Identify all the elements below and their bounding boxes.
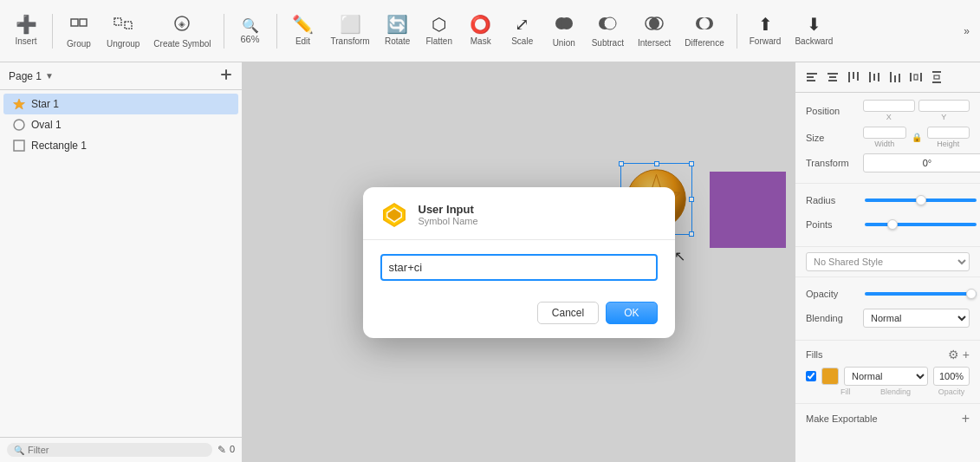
create-symbol-button[interactable]: ◈ Create Symbol [148, 10, 216, 52]
svg-text:◈: ◈ [178, 19, 185, 29]
dialog-footer: Cancel OK [363, 295, 675, 338]
layer-name-star: Star 1 [31, 98, 59, 110]
edit-layers-icon[interactable]: ✎ [217, 444, 226, 456]
shape-section: Radius Points [795, 184, 980, 247]
fills-header: Fills ⚙ + [806, 348, 970, 361]
symbol-name-input[interactable] [380, 254, 658, 281]
fills-settings-icon[interactable]: ⚙ [948, 348, 959, 361]
svg-rect-42 [914, 75, 918, 80]
x-field-group: X [863, 100, 915, 121]
points-slider[interactable] [865, 223, 977, 226]
cancel-button[interactable]: Cancel [537, 302, 599, 324]
rotate-button[interactable]: 🔄 Rotate [379, 12, 417, 49]
sidebar-footer: 🔍 ✎ 0 [0, 437, 242, 462]
toolbar-expand[interactable]: » [960, 22, 973, 41]
layer-list: Star 1 Oval 1 Rectangle 1 [0, 90, 242, 437]
lock-icon[interactable]: 🔒 [910, 133, 924, 142]
shared-style-section: No Shared Style [795, 247, 980, 277]
forward-button[interactable]: ⬆ Forward [744, 12, 787, 49]
points-row: Points [806, 215, 970, 234]
fill-checkbox[interactable] [806, 371, 816, 381]
distribute-v-button[interactable] [927, 68, 946, 87]
exportable-add-icon[interactable]: + [962, 411, 970, 426]
difference-button[interactable]: Difference [679, 11, 729, 51]
create-symbol-icon: ◈ [172, 14, 191, 36]
size-label: Size [806, 133, 860, 143]
blending-row: Blending Normal [806, 309, 970, 328]
rect-layer-icon [12, 139, 26, 153]
dialog-overlay: User Input Symbol Name Cancel OK [243, 62, 795, 462]
transform-button[interactable]: ⬜ Transform [326, 12, 375, 49]
edit-button[interactable]: ✏️ Edit [284, 12, 322, 49]
rotate-input[interactable] [863, 153, 980, 172]
scale-button[interactable]: ⤢ Scale [503, 12, 542, 49]
layer-item-rectangle[interactable]: Rectangle 1 [3, 135, 238, 156]
svg-rect-18 [14, 140, 24, 151]
position-label: Position [806, 106, 860, 116]
mask-icon: ⭕ [470, 16, 491, 33]
ungroup-button[interactable]: Ungroup [101, 10, 145, 52]
opacity-slider[interactable] [865, 292, 977, 296]
separator-1 [52, 14, 53, 49]
fills-actions: ⚙ + [948, 348, 970, 361]
fills-add-icon[interactable]: + [963, 348, 970, 361]
dialog-title: User Input [419, 203, 478, 216]
insert-button[interactable]: ➕ Insert [7, 12, 45, 49]
subtract-icon [598, 15, 617, 35]
layer-item-oval[interactable]: Oval 1 [3, 114, 238, 135]
radius-slider[interactable] [865, 198, 977, 202]
dialog-header: User Input Symbol Name [363, 187, 675, 240]
add-page-icon[interactable] [219, 68, 233, 84]
subtract-button[interactable]: Subtract [587, 11, 629, 51]
svg-rect-44 [932, 81, 941, 83]
filter-input[interactable] [28, 445, 205, 455]
group-button[interactable]: Group [60, 10, 98, 52]
layers-count: 0 [230, 444, 235, 456]
dialog-subtitle: Symbol Name [419, 216, 478, 226]
y-input[interactable] [918, 100, 970, 112]
backward-icon: ⬇ [807, 16, 821, 33]
ok-button[interactable]: OK [606, 302, 657, 324]
intersect-button[interactable]: Intersect [633, 11, 676, 51]
canvas[interactable]: ↖ User Input Symbol Name [243, 62, 795, 462]
align-left-button[interactable] [802, 68, 821, 87]
fill-row: Normal [806, 367, 970, 386]
layer-item-star[interactable]: Star 1 [3, 94, 238, 114]
union-icon [555, 15, 574, 35]
align-top-button[interactable] [844, 68, 863, 87]
backward-button[interactable]: ⬇ Backward [789, 12, 838, 49]
shared-style-select[interactable]: No Shared Style [806, 252, 970, 271]
main-area: Page 1 ▼ Star 1 Oval 1 [0, 62, 980, 462]
radius-label: Radius [806, 195, 860, 205]
svg-rect-33 [857, 72, 859, 81]
fill-opacity-input[interactable] [933, 367, 970, 386]
make-exportable-section: Make Exportable + [795, 404, 980, 433]
transform-row: Transform Rotate Flip [806, 153, 970, 172]
fill-blending-select[interactable]: Normal [844, 367, 928, 386]
svg-rect-29 [829, 76, 836, 78]
fill-color-swatch[interactable] [821, 368, 839, 385]
union-button[interactable]: Union [545, 11, 583, 51]
align-bottom-button[interactable] [886, 68, 905, 87]
height-sub-label: Height [937, 140, 959, 148]
sidebar-actions: ✎ 0 [217, 444, 235, 456]
x-input[interactable] [863, 100, 915, 112]
zoom-control[interactable]: 🔍 66% [231, 17, 269, 44]
opacity-section: Opacity Blending Normal [795, 277, 980, 341]
page-title-button[interactable]: Page 1 ▼ [9, 70, 54, 82]
blending-select[interactable]: Normal [863, 309, 970, 328]
align-center-h-button[interactable] [823, 68, 842, 87]
width-input[interactable] [863, 127, 906, 139]
fill-col-fill: Fill [840, 387, 858, 396]
flatten-button[interactable]: ⬡ Flatten [420, 12, 458, 49]
search-box[interactable]: 🔍 [7, 443, 212, 457]
svg-rect-45 [934, 75, 939, 79]
svg-point-17 [14, 120, 24, 130]
height-input[interactable] [927, 127, 970, 139]
insert-icon: ➕ [16, 16, 37, 33]
svg-point-9 [604, 17, 616, 29]
align-middle-v-button[interactable] [865, 68, 884, 87]
mask-button[interactable]: ⭕ Mask [462, 12, 500, 49]
oval-layer-icon [12, 118, 26, 132]
distribute-h-button[interactable] [906, 68, 925, 87]
